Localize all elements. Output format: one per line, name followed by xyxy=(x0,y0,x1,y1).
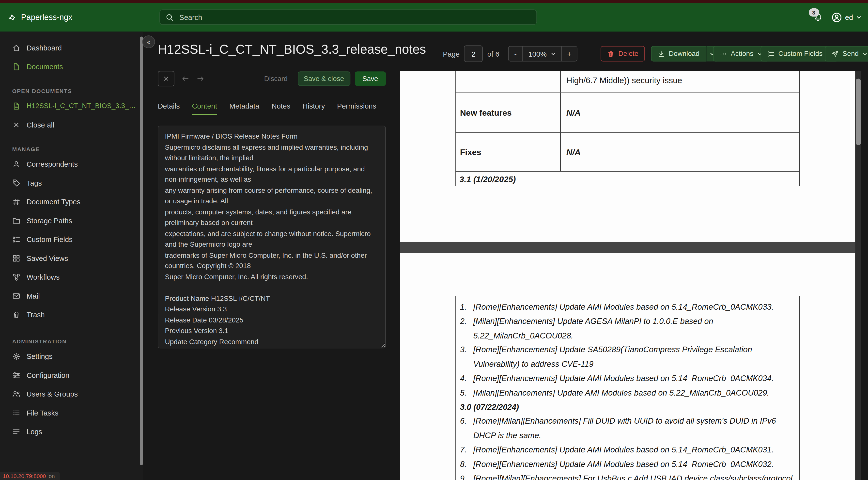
chevron-down-icon xyxy=(551,51,556,56)
table-cell-value: N/A xyxy=(561,93,799,132)
sidebar-item-label: Workflows xyxy=(27,273,60,281)
version-row: 3.1 (1/20/2025) xyxy=(456,172,799,186)
sidebar-item-label: Correspondents xyxy=(27,160,78,168)
table-cell-label: New features xyxy=(456,93,561,132)
arrow-right-icon xyxy=(196,75,205,83)
save-button[interactable]: Save xyxy=(354,71,386,86)
list-item: 2. [Milan][Enhancements] Update AGESA Mi… xyxy=(460,314,794,343)
list-item-text: [Rome][Milan][Enhancements] For UsbBus.c… xyxy=(473,472,794,480)
sidebar-item-users-groups[interactable]: Users & Groups xyxy=(0,385,143,403)
page-number-input[interactable] xyxy=(464,46,483,62)
notifications-button[interactable]: 3 xyxy=(813,12,823,22)
release-notes-table: High/6.7 Middle)) security issue New fea… xyxy=(455,71,800,186)
sidebar-item-correspondents[interactable]: Correspondents xyxy=(0,155,143,174)
user-menu[interactable]: ed xyxy=(831,12,861,22)
app-window: Paperless-ngx 3 ed Dashboard Documents xyxy=(0,0,868,480)
list-item: 4. [Rome][Enhancements] Update AMI Modul… xyxy=(460,372,794,386)
download-split-button: Download xyxy=(651,46,718,62)
sidebar-item-documents[interactable]: Documents xyxy=(0,57,143,76)
trash-icon xyxy=(12,310,21,319)
list-item-number: 3. xyxy=(460,343,473,372)
tab-history[interactable]: History xyxy=(303,102,325,115)
next-document-button[interactable] xyxy=(196,75,205,83)
trash-icon xyxy=(607,50,614,57)
sidebar-item-label: Documents xyxy=(27,62,63,71)
sidebar-item-trash[interactable]: Trash xyxy=(0,305,143,324)
sidebar-close-all[interactable]: Close all xyxy=(0,115,143,134)
file-icon xyxy=(12,62,21,71)
sidebar-item-label: Custom Fields xyxy=(27,235,72,243)
previous-document-button[interactable] xyxy=(182,75,189,83)
sidebar-item-custom-fields[interactable]: Custom Fields xyxy=(0,230,143,249)
sidebar-item-file-tasks[interactable]: File Tasks xyxy=(0,403,143,422)
download-label: Download xyxy=(669,50,700,58)
topbar: Paperless-ngx 3 ed xyxy=(0,3,868,31)
tab-content[interactable]: Content xyxy=(192,102,217,115)
list-item: 7. [Rome][Enhancements] Update AMI Modul… xyxy=(460,443,794,457)
sidebar-item-workflows[interactable]: Workflows xyxy=(0,268,143,287)
preview-scrollbar-thumb[interactable] xyxy=(856,79,861,145)
sidebar-scrollbar[interactable] xyxy=(140,37,143,466)
list-item: 5. [Milan][Enhancements] Update AMI Modu… xyxy=(460,386,794,400)
list-item-text: [Rome][Milan][Enhancements] Fill DUID wi… xyxy=(473,415,794,443)
sidebar-item-configuration[interactable]: Configuration xyxy=(0,365,143,385)
sidebar-item-settings[interactable]: Settings xyxy=(0,347,143,366)
tab-metadata[interactable]: Metadata xyxy=(229,102,259,115)
sidebar-collapse-button[interactable]: « xyxy=(142,35,155,48)
send-button[interactable]: Send xyxy=(825,46,868,62)
preview-scrollbar-track[interactable] xyxy=(855,71,861,480)
sidebar-item-label: Storage Paths xyxy=(27,216,72,225)
sidebar-item-tags[interactable]: Tags xyxy=(0,173,143,192)
sidebar-item-dashboard[interactable]: Dashboard xyxy=(0,38,143,57)
people-icon xyxy=(12,390,21,398)
zoom-level-select[interactable]: 100% xyxy=(523,47,562,61)
list-item-text: [Rome][Enhancements] Update AMI Modules … xyxy=(473,372,794,386)
save-and-close-button[interactable]: Save & close xyxy=(298,71,350,86)
tab-permissions[interactable]: Permissions xyxy=(337,102,376,115)
table-cell xyxy=(456,71,561,93)
window-top-strip xyxy=(0,0,868,3)
close-all-label: Close all xyxy=(27,120,54,129)
table-row: New features N/A xyxy=(456,93,799,133)
table-cell-value: N/A xyxy=(561,133,799,171)
username-label: ed xyxy=(845,13,853,22)
list-item: 8. [Rome][Enhancements] Update AMI Modul… xyxy=(460,457,794,472)
folder-icon xyxy=(12,216,21,225)
sidebar-item-label: Logs xyxy=(27,427,42,436)
search-input[interactable] xyxy=(178,12,531,22)
tab-details[interactable]: Details xyxy=(158,102,180,115)
sidebar-item-mail[interactable]: Mail xyxy=(0,286,143,305)
zoom-out-button[interactable]: - xyxy=(509,47,523,61)
list-item-number: 1. xyxy=(460,300,473,314)
close-icon xyxy=(12,120,21,129)
paperless-logo-icon xyxy=(8,13,16,22)
delete-button[interactable]: Delete xyxy=(600,46,645,62)
download-button[interactable]: Download xyxy=(651,46,706,62)
sidebar-item-logs[interactable]: Logs xyxy=(0,422,143,441)
sidebar: Dashboard Documents Open documents H12SS… xyxy=(0,31,143,480)
task-list-icon xyxy=(12,408,21,417)
brand[interactable]: Paperless-ngx xyxy=(8,3,72,31)
content-textarea[interactable]: IPMI Firmware / BIOS Release Notes Form … xyxy=(158,126,386,349)
list-item-number: 4. xyxy=(460,372,473,386)
sidebar-item-document-types[interactable]: Document Types xyxy=(0,192,143,211)
close-document-button[interactable] xyxy=(158,71,175,86)
list-item-number: 6. xyxy=(460,415,473,443)
sidebar-item-label: Saved Views xyxy=(27,254,68,262)
document-title: H12SSL-i_C_CT_NT_BIOS_3.3_release_notes xyxy=(158,42,426,57)
open-documents-header: Open documents xyxy=(0,88,143,94)
discard-button[interactable]: Discard xyxy=(261,74,291,83)
sidebar-item-label: Users & Groups xyxy=(27,390,78,398)
sidebar-open-document[interactable]: H12SSL-i_C_CT_NT_BIOS_3.3_rel... xyxy=(0,96,143,115)
sidebar-item-saved-views[interactable]: Saved Views xyxy=(0,249,143,268)
sidebar-item-storage-paths[interactable]: Storage Paths xyxy=(0,211,143,230)
table-cell: High/6.7 Middle)) security issue xyxy=(561,71,799,93)
zoom-in-button[interactable]: + xyxy=(562,47,577,61)
gear-icon xyxy=(12,352,21,360)
sidebar-item-label: Trash xyxy=(27,310,45,319)
tab-notes[interactable]: Notes xyxy=(272,102,290,115)
version-heading: 3.0 (07/22/2024) xyxy=(460,400,794,415)
notification-count-badge: 3 xyxy=(808,8,819,17)
pdf-page-1: High/6.7 Middle)) security issue New fea… xyxy=(400,71,856,242)
global-search[interactable] xyxy=(159,9,537,25)
